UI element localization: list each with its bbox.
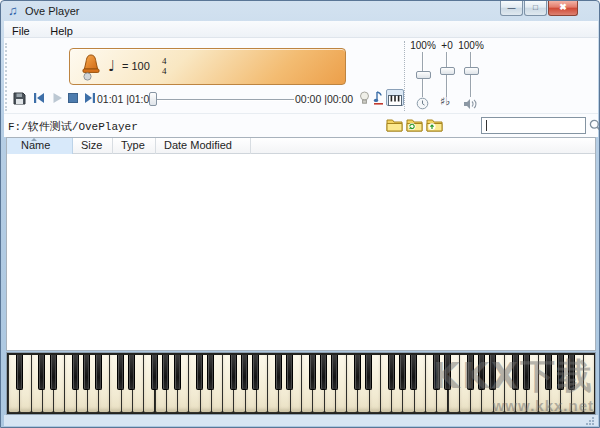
play-button[interactable] xyxy=(49,91,64,106)
previous-button[interactable] xyxy=(31,91,46,106)
piano-key-black[interactable] xyxy=(444,355,451,390)
piano-icon xyxy=(388,95,402,106)
tempo-value: = 100 xyxy=(122,60,150,72)
app-window: ♫ Ove Player — □ ✖ File Help ♩ = 100 xyxy=(0,0,600,428)
piano-key-black[interactable] xyxy=(151,355,158,390)
search-input[interactable] xyxy=(481,117,586,134)
lightbulb-icon xyxy=(359,91,370,105)
close-icon: ✖ xyxy=(549,1,577,14)
metronome-icon xyxy=(79,53,103,81)
piano-key-black[interactable] xyxy=(16,355,23,390)
piano-key-black[interactable] xyxy=(365,355,372,390)
piano-key-black[interactable] xyxy=(467,355,474,390)
piano-key-black[interactable] xyxy=(83,355,90,390)
tempo-display: ♩ = 100 4 4 xyxy=(69,48,346,85)
minimize-button[interactable]: — xyxy=(500,1,523,16)
piano-key-black[interactable] xyxy=(545,355,552,390)
maximize-icon: □ xyxy=(525,1,546,14)
note-names-button[interactable] xyxy=(371,90,386,105)
piano-key-black[interactable] xyxy=(72,355,79,390)
sort-indicator-icon xyxy=(31,138,37,141)
keyboard-toggle-button[interactable] xyxy=(386,89,404,106)
next-button[interactable] xyxy=(82,91,97,106)
folder-up-icon xyxy=(426,118,443,132)
piano-key-white[interactable] xyxy=(583,355,594,413)
close-button[interactable]: ✖ xyxy=(548,1,578,16)
column-header-type[interactable]: Type xyxy=(113,138,156,154)
seek-slider-handle[interactable] xyxy=(149,92,157,106)
previous-icon xyxy=(33,92,45,104)
piano-key-black[interactable] xyxy=(523,355,530,390)
stop-button[interactable] xyxy=(65,91,80,106)
piano-key-black[interactable] xyxy=(117,355,124,390)
window-title: Ove Player xyxy=(25,5,79,17)
open-folder-button[interactable] xyxy=(386,118,403,133)
piano-key-black[interactable] xyxy=(286,355,293,390)
text-caret xyxy=(486,120,487,131)
save-button[interactable] xyxy=(12,91,27,106)
piano-key-black[interactable] xyxy=(95,355,102,390)
piano-key-black[interactable] xyxy=(478,355,485,390)
piano-key-black[interactable] xyxy=(399,355,406,390)
piano-key-black[interactable] xyxy=(174,355,181,390)
piano-key-black[interactable] xyxy=(128,355,135,390)
piano-key-black[interactable] xyxy=(252,355,259,390)
piano-key-black[interactable] xyxy=(230,355,237,390)
folder-up-button[interactable] xyxy=(426,118,443,133)
piano-key-black[interactable] xyxy=(433,355,440,390)
column-header-filler xyxy=(251,138,595,154)
search-icon[interactable] xyxy=(589,119,600,132)
tempo-slider-handle[interactable] xyxy=(416,71,431,79)
piano-key-black[interactable] xyxy=(162,355,169,390)
toolbar: ♩ = 100 4 4 xyxy=(4,38,598,113)
piano-key-black[interactable] xyxy=(241,355,248,390)
folder-icon xyxy=(386,118,403,132)
time-signature-bottom: 4 xyxy=(162,66,167,76)
save-icon xyxy=(13,92,26,105)
piano-key-black[interactable] xyxy=(568,355,575,390)
toolbar-separator xyxy=(404,41,405,111)
column-header-size[interactable]: Size xyxy=(73,138,113,154)
volume-slider-handle[interactable] xyxy=(464,67,479,75)
column-header-name[interactable]: Name xyxy=(7,138,73,154)
piano-key-black[interactable] xyxy=(320,355,327,390)
music-note-icon xyxy=(373,91,385,105)
piano-key-black[interactable] xyxy=(309,355,316,390)
piano-key-black[interactable] xyxy=(512,355,519,390)
piano-key-black[interactable] xyxy=(388,355,395,390)
position-time: 01:01 |01:00 xyxy=(97,93,155,105)
volume-slider-label: 100% xyxy=(451,40,491,51)
seek-slider-track[interactable] xyxy=(150,99,294,101)
folder-refresh-icon xyxy=(406,118,423,132)
maximize-button[interactable]: □ xyxy=(524,1,547,16)
refresh-folder-button[interactable] xyxy=(406,118,423,133)
transpose-slider-handle[interactable] xyxy=(440,67,455,75)
time-signature: 4 4 xyxy=(162,56,167,76)
stop-icon xyxy=(67,92,79,104)
current-path: F:/软件测试/OvePlayer xyxy=(8,119,138,134)
piano-key-black[interactable] xyxy=(207,355,214,390)
column-header-date-modified[interactable]: Date Modified xyxy=(156,138,251,154)
toolbar-drag-handle[interactable] xyxy=(5,43,7,111)
quarter-note-icon: ♩ xyxy=(108,57,115,75)
piano-key-black[interactable] xyxy=(410,355,417,390)
speaker-icon xyxy=(463,98,478,110)
piano-key-black[interactable] xyxy=(275,355,282,390)
play-icon xyxy=(51,92,63,104)
piano-key-black[interactable] xyxy=(354,355,361,390)
piano-key-black[interactable] xyxy=(50,355,57,390)
file-list-body[interactable] xyxy=(7,154,595,350)
piano-key-black[interactable] xyxy=(557,355,564,390)
piano-key-black[interactable] xyxy=(331,355,338,390)
light-toggle-button[interactable] xyxy=(357,90,372,105)
clock-icon xyxy=(416,97,429,110)
resize-grip[interactable] xyxy=(584,415,595,426)
piano-key-black[interactable] xyxy=(196,355,203,390)
time-signature-top: 4 xyxy=(162,56,167,66)
piano-key-black[interactable] xyxy=(489,355,496,390)
title-bar[interactable]: ♫ Ove Player — □ ✖ xyxy=(1,1,599,21)
path-bar: F:/软件测试/OvePlayer xyxy=(4,113,598,137)
piano-key-black[interactable] xyxy=(38,355,45,390)
file-list-header: Name Size Type Date Modified xyxy=(7,138,595,154)
minimize-icon: — xyxy=(501,1,522,14)
